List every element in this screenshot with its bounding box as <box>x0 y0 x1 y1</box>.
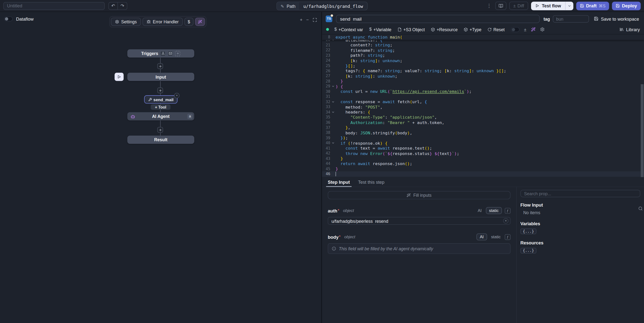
diff-button[interactable]: ± Diff <box>509 2 528 10</box>
node-ai-agent[interactable]: AI Agent a <box>128 112 194 120</box>
draft-button[interactable]: Draft ⌘S <box>576 2 609 10</box>
field-type: object <box>343 208 354 213</box>
fit-view-icon[interactable] <box>312 18 317 22</box>
save-to-workspace-button[interactable]: Save to workspace <box>593 16 640 21</box>
fill-inputs-button[interactable]: Fill inputs <box>328 191 510 199</box>
auth-value-input[interactable] <box>328 217 510 225</box>
toolbar--type-button[interactable]: +Type <box>464 27 482 32</box>
code-line-28[interactable]: 28 } <box>322 79 644 84</box>
flow-path-chip[interactable]: ✎ Path u/farhadglbs/grand_flow <box>276 2 368 10</box>
code-line-45[interactable]: 45} <box>322 166 644 171</box>
code-line-37[interactable]: 37 }, <box>322 125 644 130</box>
node-result[interactable]: Result <box>128 136 194 144</box>
mode-static-button[interactable]: static <box>486 207 502 214</box>
error-handler-button[interactable]: Error Handler <box>142 18 183 26</box>
toolbar-action-label: +Context var <box>338 27 363 32</box>
insert-step-button[interactable] <box>158 127 163 133</box>
remove-tool-button[interactable]: × <box>174 93 180 98</box>
code-line-35[interactable]: 35 "Content-Type": "application/json", <box>322 115 644 120</box>
code-line-31[interactable]: 31 <box>322 94 644 99</box>
tab-step-input[interactable]: Step Input <box>328 177 350 186</box>
code-line-33[interactable]: 33 method: "POST", <box>322 104 644 110</box>
code-line-26[interactable]: 26 tags?: { name?: string; value?: strin… <box>322 68 644 74</box>
insert-step-button[interactable] <box>158 63 163 69</box>
tag-group: tag <box>544 15 589 22</box>
code-line-25[interactable]: 25 }[]; <box>322 63 644 68</box>
code-line-29[interactable]: 29) { <box>322 84 644 89</box>
test-flow-split-button: Test flow <box>531 2 573 10</box>
toolbar-reset-button[interactable]: Reset <box>488 27 504 32</box>
add-trigger-button[interactable] <box>175 51 180 56</box>
code-line-23[interactable]: 23 path?: string; <box>322 53 644 58</box>
code-line-42[interactable]: 42 throw new Error(`${response.status} $… <box>322 151 644 156</box>
diff-editor-icon[interactable]: ± <box>524 27 526 32</box>
add-tool-button[interactable]: + Tool <box>151 104 170 110</box>
code-line-8[interactable]: 8export async function main( <box>322 35 644 40</box>
object-badge[interactable]: {...} <box>520 248 536 253</box>
object-badge[interactable]: {...} <box>520 228 536 234</box>
zoom-out-button[interactable]: − <box>306 17 309 22</box>
library-icon <box>620 27 624 32</box>
expression-editor-button[interactable]: ƒ <box>505 234 510 240</box>
code-editor[interactable]: 20 attachments?: {21 content?: string;22… <box>322 35 644 177</box>
toolbar--variable-button[interactable]: $+Variable <box>369 27 391 32</box>
library-button[interactable]: Library <box>620 27 640 32</box>
more-menu-icon[interactable]: ⋮ <box>486 3 492 9</box>
ai-assist-icon[interactable] <box>531 27 535 32</box>
ai-wand-button[interactable] <box>195 18 205 26</box>
node-triggers[interactable]: Triggers <box>128 49 194 58</box>
code-line-22[interactable]: 22 filename?: string; <box>322 48 644 53</box>
docs-button[interactable] <box>495 2 506 10</box>
email-trigger-icon[interactable] <box>168 51 173 56</box>
code-line-27[interactable]: 27 [k: string]: unknown; <box>322 74 644 79</box>
code-line-40[interactable]: 40 if (!response.ok) { <box>322 141 644 146</box>
clear-auth-button[interactable]: × <box>503 218 508 223</box>
env-vars-button[interactable]: $ <box>184 18 194 26</box>
deploy-button[interactable]: Deploy <box>612 2 641 10</box>
run-from-input-button[interactable] <box>115 73 124 81</box>
toolbar--s3-object-button[interactable]: +S3 Object <box>398 27 425 32</box>
editor-settings-icon[interactable] <box>540 27 544 32</box>
step-name-input[interactable] <box>336 15 540 23</box>
code-line-46[interactable]: 46 <box>322 171 644 177</box>
insert-step-button[interactable] <box>158 88 163 93</box>
editor-scrollbar[interactable] <box>641 84 644 177</box>
test-flow-button[interactable]: Test flow <box>531 2 565 10</box>
mode-ai-button[interactable]: AI <box>476 233 487 240</box>
body-hint-text: This field will be filled by the AI agen… <box>339 246 433 251</box>
code-line-34[interactable]: 34 headers: { <box>322 110 644 115</box>
path-label: Path <box>286 4 295 8</box>
webhook-icon[interactable] <box>160 51 166 56</box>
settings-button[interactable]: Settings <box>111 18 141 26</box>
tag-input[interactable] <box>553 15 589 22</box>
code-line-41[interactable]: 41 const text = await response.text(); <box>322 146 644 151</box>
mode-ai-button[interactable]: AI <box>476 208 483 214</box>
flow-title-input[interactable] <box>3 2 104 10</box>
expression-editor-button[interactable]: ƒ <box>505 208 510 213</box>
tab-test-this-step[interactable]: Test this step <box>358 177 384 186</box>
code-line-38[interactable]: 38 body: JSON.stringify(body), <box>322 130 644 135</box>
code-line-21[interactable]: 21 content?: string; <box>322 43 644 48</box>
node-send-mail[interactable]: send_mail <box>144 95 177 103</box>
flow-canvas[interactable]: Dataflow Settings Error Handler $ <box>0 12 322 323</box>
code-line-30[interactable]: 30 const url = new URL(`https://api.rese… <box>322 89 644 94</box>
dataflow-toggle[interactable] <box>4 17 13 21</box>
test-flow-dropdown-button[interactable] <box>565 2 573 10</box>
prop-search-input[interactable] <box>520 190 640 197</box>
code-line-39[interactable]: 39 }); <box>322 135 644 141</box>
code-line-43[interactable]: 43 } <box>322 156 644 161</box>
zoom-in-button[interactable]: + <box>300 17 302 22</box>
required-asterisk: * <box>338 208 339 213</box>
toolbar--resource-button[interactable]: +Resource <box>431 27 458 32</box>
mode-static-button[interactable]: static <box>490 234 502 240</box>
toolbar--context-var-button[interactable]: $+Context var <box>334 27 363 32</box>
node-input[interactable]: Input <box>128 73 194 81</box>
undo-button[interactable]: ↶ <box>108 2 118 10</box>
redo-button[interactable]: ↷ <box>118 2 127 10</box>
code-line-24[interactable]: 24 [k: string]: unknown; <box>322 58 644 63</box>
editor-toggle[interactable] <box>511 27 519 32</box>
code-line-44[interactable]: 44 return await response.json(); <box>322 161 644 166</box>
code-line-36[interactable]: 36 Authorization: "Bearer " + auth.token… <box>322 120 644 125</box>
search-icon[interactable] <box>638 206 643 211</box>
code-line-32[interactable]: 32 const response = await fetch(url, { <box>322 99 644 104</box>
